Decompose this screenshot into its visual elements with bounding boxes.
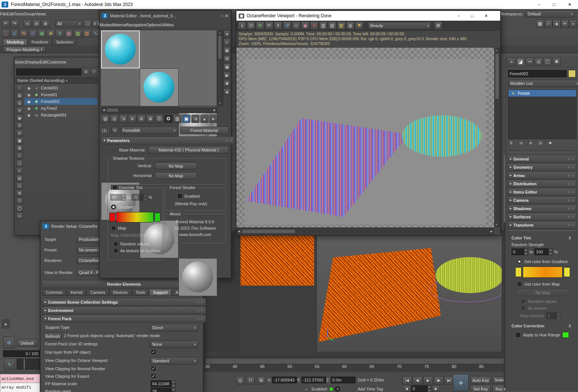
tab-devices[interactable]: Devices bbox=[109, 289, 132, 296]
display-all-icon[interactable]: ◌ bbox=[16, 85, 23, 91]
octane-render-view[interactable] bbox=[236, 48, 494, 227]
restart-render-icon[interactable]: ↺ bbox=[283, 21, 291, 30]
clip-export-checkbox[interactable]: ✓ bbox=[151, 373, 156, 379]
reset-map-icon[interactable]: ✕ bbox=[128, 115, 136, 123]
rollout-forest-pack[interactable]: ▾ Forest Pack≡ ≡ bbox=[42, 315, 206, 322]
scroll-up-icon[interactable]: ▴ bbox=[496, 49, 497, 52]
no-map-button[interactable]: No Map bbox=[516, 289, 569, 296]
display-hidden-icon[interactable]: ◻ bbox=[16, 182, 23, 189]
material-picker-icon[interactable]: ◉ bbox=[301, 21, 309, 30]
gradient-bar[interactable] bbox=[116, 212, 154, 222]
snap-toggle-icon[interactable]: ◡ bbox=[2, 29, 10, 38]
align-icon[interactable]: ≡ bbox=[56, 29, 64, 38]
tint-gradient-bar[interactable] bbox=[523, 266, 563, 278]
user-id-dropdown[interactable]: None▾ bbox=[150, 341, 198, 348]
undo-icon[interactable]: ↶ bbox=[2, 20, 10, 28]
close-button[interactable]: ✕ bbox=[561, 1, 578, 8]
render-pass-dropdown[interactable]: Beauty ▾ bbox=[368, 22, 431, 29]
go-to-parent-icon[interactable]: ▴ bbox=[200, 115, 209, 123]
get-material-icon[interactable]: ◍ bbox=[101, 115, 109, 123]
menu-views[interactable]: Views bbox=[35, 12, 46, 16]
visibility-icon[interactable]: ◉ bbox=[26, 92, 32, 98]
tint-to-spinner[interactable]: 26 ▴▾ bbox=[132, 194, 147, 201]
backlight-icon[interactable]: ◐ bbox=[224, 39, 230, 45]
rollout-common-scene[interactable]: ▸ Common Scene Collection Settings≡ ≡ bbox=[42, 298, 206, 306]
slots-hscrollbar[interactable]: ◀ ▶ bbox=[101, 107, 217, 113]
scroll-down-icon[interactable]: ▾ bbox=[218, 102, 222, 106]
slots-vscrollbar[interactable]: ▴ ▾ bbox=[217, 30, 223, 106]
get-color-from-gradient-radio[interactable] bbox=[517, 259, 522, 264]
rollout-areas[interactable]: ▸Areas≡ ≡ bbox=[507, 171, 576, 179]
se-menu-display[interactable]: Display bbox=[26, 60, 40, 64]
rollout-surfaces[interactable]: ▸Surfaces≡ ≡ bbox=[507, 213, 576, 221]
list-item[interactable]: ◉ ▭ Rectangle001 bbox=[24, 112, 97, 118]
pause-render-icon[interactable]: ‖ bbox=[274, 21, 282, 30]
tab-camera[interactable]: Camera bbox=[86, 289, 109, 296]
gradient-right-swatch[interactable] bbox=[154, 213, 160, 222]
scroll-left-icon[interactable]: ◀ bbox=[101, 107, 106, 113]
display-layers-icon[interactable]: ▤ bbox=[16, 175, 23, 182]
enabled-toggle[interactable]: ◐ Enabled: 0 bbox=[304, 386, 340, 392]
region-render-icon[interactable]: ▥ bbox=[319, 21, 327, 30]
display-frozen-icon[interactable]: ❄ bbox=[16, 190, 23, 197]
display-geometry-icon[interactable]: ◍ bbox=[16, 92, 23, 99]
modifier-stack[interactable]: ● Forest bbox=[508, 89, 576, 139]
panel-collapse-arrow-icon[interactable]: ▸ bbox=[2, 319, 10, 328]
hue-range-color-swatch[interactable] bbox=[562, 332, 569, 338]
scroll-down-icon[interactable]: ▾ bbox=[496, 223, 497, 226]
minimize-button[interactable]: − bbox=[531, 1, 546, 8]
minimize-button[interactable]: − bbox=[457, 14, 471, 18]
isolate-selection-icon[interactable]: ◎ bbox=[236, 376, 244, 384]
viewport-layout-default-button[interactable]: Default bbox=[17, 339, 38, 347]
workspace-toolbar-icon-5[interactable]: ＋ bbox=[569, 20, 577, 28]
scene-explorer-column-header[interactable]: Name (Sorted Ascending) ▴ bbox=[15, 77, 98, 84]
set-keys-button[interactable]: ＋ bbox=[453, 374, 469, 391]
forest-shader-enabled-checkbox[interactable] bbox=[177, 193, 183, 199]
material-slot-1[interactable] bbox=[101, 30, 140, 68]
apply-to-hue-range-checkbox[interactable] bbox=[515, 332, 521, 338]
mini-curve-toggle-icon[interactable]: ∿ bbox=[4, 359, 15, 370]
spinner-snap-icon[interactable]: ◇ bbox=[29, 29, 37, 38]
unlink-selection-icon[interactable]: ⊘ bbox=[32, 20, 41, 28]
select-object-icon[interactable]: □ bbox=[83, 20, 92, 28]
selection-lock-icon[interactable]: ⊓ bbox=[247, 376, 255, 384]
select-by-material-icon[interactable]: ◈ bbox=[224, 88, 230, 95]
material-editor-titlebar[interactable]: 3 Material Editor - forest_automat_9... … bbox=[100, 11, 231, 21]
search-input[interactable] bbox=[16, 68, 82, 76]
rollout-geometry[interactable]: ▸Geometry≡ ≡ bbox=[507, 163, 576, 171]
me-menu-modes[interactable]: Modes bbox=[100, 23, 112, 27]
tab-support[interactable]: Support bbox=[149, 289, 171, 296]
visibility-icon[interactable]: ◉ bbox=[26, 85, 32, 91]
workspace-toolbar-icon-1[interactable]: ▦ bbox=[536, 20, 544, 28]
material-slot-2[interactable] bbox=[140, 68, 179, 106]
select-and-link-icon[interactable]: ∞ bbox=[23, 20, 32, 28]
display-xrefs-icon[interactable]: ⊠ bbox=[16, 145, 23, 151]
clip-octane-dropdown[interactable]: Standard▾ bbox=[150, 357, 198, 365]
layer-explorer-icon[interactable]: ▥ bbox=[74, 29, 82, 38]
mirror-icon[interactable]: ⊕ bbox=[47, 29, 55, 38]
ribbon-tab-modeling[interactable]: Modeling bbox=[3, 39, 27, 45]
se-menu-edit[interactable]: Edit bbox=[40, 60, 47, 64]
x-field[interactable]: -17.605943 bbox=[272, 377, 297, 383]
section-chevrons-icon[interactable]: ≪ bbox=[567, 235, 573, 241]
octane-material-icon[interactable]: O bbox=[164, 115, 172, 123]
configure-modifier-sets-icon[interactable]: ✱ bbox=[547, 140, 553, 146]
tint-gradient-left-swatch[interactable] bbox=[515, 267, 522, 277]
generate-preview-icon[interactable]: ▶ bbox=[224, 72, 230, 79]
film-region-icon[interactable]: ▤ bbox=[328, 21, 336, 30]
lock-viewport-icon[interactable]: ⊓ bbox=[265, 21, 273, 30]
set-key-button[interactable]: Set Key bbox=[471, 385, 491, 392]
menu-edit[interactable]: Edit bbox=[7, 12, 14, 16]
map-channel-spinner[interactable]: 1 ▴▾ bbox=[546, 312, 561, 319]
se-menu-customize[interactable]: Customize bbox=[47, 60, 67, 64]
options-icon[interactable]: ✱ bbox=[224, 80, 230, 87]
object-color-swatch[interactable] bbox=[568, 70, 576, 77]
toggle-scene-explorer-icon[interactable]: ▤ bbox=[65, 29, 73, 38]
horizontal-no-map-button[interactable]: No Map bbox=[155, 172, 197, 179]
spinner-up-icon[interactable]: ▴ bbox=[427, 385, 431, 389]
gradient-radio[interactable] bbox=[111, 204, 116, 210]
visibility-icon[interactable]: ◉ bbox=[26, 112, 32, 118]
workspace-toolbar-icon-3[interactable]: ◈ bbox=[552, 20, 561, 28]
tint-gradient-right-swatch[interactable] bbox=[564, 267, 570, 277]
menu-group[interactable]: Group bbox=[23, 12, 35, 16]
